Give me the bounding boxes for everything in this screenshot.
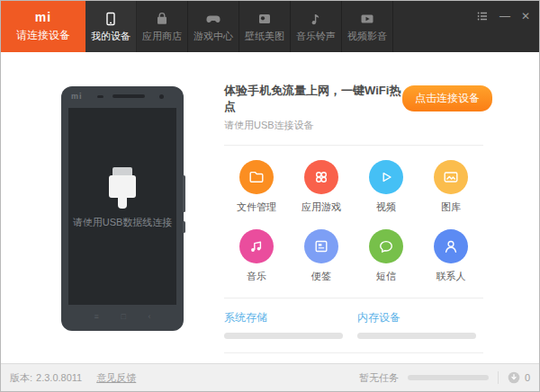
note-icon [304,229,338,263]
shortcut-grid: 文件管理 应用游戏 视频 [224,160,483,283]
header-title: 体验手机免流量上网，一键WiFi热点 [224,83,402,115]
connect-tab-label: 请连接设备 [16,28,70,43]
divider [224,352,483,353]
app-window: mi 请连接设备 我的设备 应用商店 游戏中心 壁纸美图 [0,0,540,392]
tab-connect-device[interactable]: mi 请连接设备 [1,1,86,52]
shortcut-label: 图库 [441,200,461,214]
apps-icon [304,160,338,194]
shortcut-music[interactable]: 音乐 [224,229,289,283]
usb-connect-hint: 请使用USB数据线连接 [68,216,176,229]
shortcut-file-manager[interactable]: 文件管理 [224,160,289,214]
download-count: 0 [525,372,530,383]
tab-music-ringtones[interactable]: 音乐铃声 [291,1,342,52]
tab-game-center[interactable]: 游戏中心 [188,1,239,52]
memory-device-bar [357,333,476,339]
usb-plug-icon [109,167,136,209]
music-note-icon [308,11,324,27]
system-storage: 系统存储 [224,310,343,339]
folder-icon [239,160,274,194]
shortcut-label: 便签 [311,270,331,283]
shortcut-label: 文件管理 [237,200,276,214]
shortcut-label: 短信 [376,270,396,283]
tab-video[interactable]: 视频影音 [342,1,393,52]
storage-label: 内存设备 [357,310,476,325]
main-area: mi 请使用USB数据线连接 ≡ □ ‹ [1,52,539,363]
video-icon [359,11,375,27]
top-navigation-bar: mi 请连接设备 我的设备 应用商店 游戏中心 壁纸美图 [1,1,539,52]
music-icon [239,229,274,263]
contact-icon [434,229,468,263]
phone-panel: mi 请使用USB数据线连接 ≡ □ ‹ [1,52,221,363]
shortcut-label: 音乐 [247,270,266,283]
wifi-hotspot-header: 体验手机免流量上网，一键WiFi热点 请使用USB连接设备 点击连接设备 [224,83,483,132]
shortcut-contacts[interactable]: 联系人 [418,229,483,283]
play-icon [369,160,403,194]
tab-app-store[interactable]: 应用商店 [137,1,188,52]
gamepad-icon [205,11,221,27]
shortcut-apps-games[interactable]: 应用游戏 [289,160,354,214]
tab-my-device[interactable]: 我的设备 [86,1,137,52]
feedback-link[interactable]: 意见反馈 [96,371,136,385]
divider [224,298,483,298]
phone-nav-bar: ≡ □ ‹ [61,309,184,324]
shortcut-notes[interactable]: 便签 [289,229,354,283]
phone-menu-icon: ≡ [94,312,98,321]
tab-wallpapers[interactable]: 壁纸美图 [239,1,291,52]
shortcut-messages[interactable]: 短信 [354,229,418,283]
system-storage-bar [224,333,343,339]
download-icon[interactable] [508,371,520,384]
tab-label: 音乐铃声 [296,30,336,43]
status-bar: 版本: 2.3.0.8011 意见反馈 暂无任务 0 [1,363,539,391]
content-panel: 体验手机免流量上网，一键WiFi热点 请使用USB连接设备 点击连接设备 文件管… [224,52,483,379]
header-subtitle: 请使用USB连接设备 [224,119,402,132]
message-icon [369,229,403,263]
storage-label: 系统存储 [224,310,343,325]
shopping-bag-icon [154,11,170,27]
shortcut-gallery[interactable]: 图库 [418,160,483,214]
window-controls: — ✕ [476,10,530,22]
shortcut-label: 视频 [376,200,396,214]
phone-back-icon: ‹ [148,312,151,321]
shortcut-label: 联系人 [436,270,466,283]
picture-icon [256,11,273,27]
phone-home-icon: □ [121,312,125,321]
shortcut-video[interactable]: 视频 [354,160,418,214]
task-progress-bar [408,375,489,380]
phone-illustration: mi 请使用USB数据线连接 ≡ □ ‹ [61,86,184,331]
phone-power-button [183,221,185,233]
phone-sensor [97,95,104,98]
tab-label: 视频影音 [347,30,387,43]
version-label: 版本: [10,371,32,385]
close-icon[interactable]: ✕ [521,11,530,22]
task-list-icon[interactable] [476,10,489,22]
phone-speaker [112,94,145,98]
tab-label: 游戏中心 [194,30,233,43]
connect-device-button[interactable]: 点击连接设备 [402,85,492,111]
shortcut-label: 应用游戏 [302,200,341,214]
tab-label: 壁纸美图 [245,30,284,43]
minimize-icon[interactable]: — [500,11,510,22]
tab-label: 我的设备 [91,30,130,43]
tab-label: 应用商店 [142,30,182,43]
phone-screen: 请使用USB数据线连接 [68,108,176,305]
statusbar-separator [498,371,499,384]
task-status-text: 暂无任务 [359,371,399,385]
phone-icon [103,11,119,27]
mi-logo: mi [35,10,51,24]
memory-device: 内存设备 [357,310,476,339]
gallery-icon [434,160,468,194]
version-value: 2.3.0.8011 [36,372,82,383]
divider [224,145,483,146]
phone-mi-logo: mi [71,92,83,101]
storage-section: 系统存储 内存设备 [224,310,483,339]
phone-volume-button [183,175,185,212]
phone-camera [159,94,164,99]
